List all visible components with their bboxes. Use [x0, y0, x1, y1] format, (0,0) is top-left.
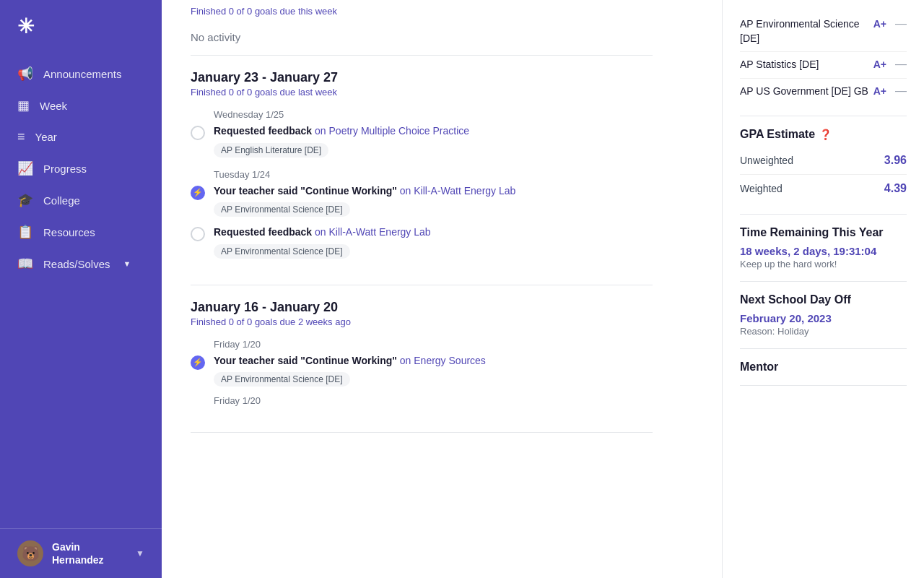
- gpa-section: GPA Estimate ❓ Unweighted 3.96 Weighted …: [740, 116, 907, 215]
- activity-content: Your teacher said "Continue Working" on …: [214, 354, 486, 387]
- reads-solves-icon: 📖: [17, 256, 33, 272]
- announcements-icon: 📢: [17, 66, 33, 82]
- no-activity-text: No activity: [191, 22, 653, 55]
- week-title-jan23: January 23 - January 27: [191, 70, 653, 85]
- course-grade-env: A+: [873, 18, 886, 30]
- activity-bold: Your teacher said "Continue Working": [214, 355, 397, 366]
- gpa-title-text: GPA Estimate: [740, 128, 815, 141]
- main-content: Finished 0 of 0 goals due this week No a…: [162, 0, 722, 578]
- current-week-subtitle: Finished 0 of 0 goals due this week: [191, 6, 653, 22]
- activity-bold: Requested feedback: [214, 226, 312, 238]
- college-icon: 🎓: [17, 192, 33, 208]
- list-item: ⚡ Your teacher said "Continue Working" o…: [191, 354, 653, 387]
- sidebar-item-year[interactable]: ≡ Year: [0, 122, 162, 152]
- course-grade-stats: A+: [873, 59, 886, 70]
- help-icon[interactable]: ❓: [819, 129, 832, 140]
- course-row-gov: AP US Government [DE] GB A+ —: [740, 79, 907, 105]
- gpa-unweighted-row: Unweighted 3.96: [740, 147, 907, 175]
- activity-title: Your teacher said "Continue Working" on …: [214, 354, 486, 368]
- activity-tag: AP English Literature [DE]: [214, 143, 328, 158]
- user-name-line1: Gavin: [52, 540, 104, 553]
- sidebar-item-label: Reads/Solves: [43, 258, 110, 270]
- next-day-off-title: Next School Day Off: [740, 293, 907, 306]
- sidebar-item-reads-solves[interactable]: 📖 Reads/Solves ▼: [0, 249, 162, 279]
- course-grade-right-stats: A+ —: [873, 58, 907, 71]
- logo-icon: ✳: [17, 14, 34, 38]
- course-dash-env: —: [895, 17, 907, 30]
- sidebar-item-week[interactable]: ▦ Week: [0, 90, 162, 121]
- activity-title: Requested feedback on Poetry Multiple Ch…: [214, 124, 469, 139]
- list-item: Requested feedback on Poetry Multiple Ch…: [191, 124, 653, 158]
- course-name-env: AP Environmental Science [DE]: [740, 17, 873, 46]
- sidebar-item-label: Announcements: [43, 68, 121, 80]
- day-group-fri120: Friday 1/20 ⚡ Your teacher said "Continu…: [191, 339, 653, 407]
- activity-link[interactable]: on Poetry Multiple Choice Practice: [315, 125, 469, 137]
- course-row-env: AP Environmental Science [DE] A+ —: [740, 12, 907, 52]
- day-group-tue124: Tuesday 1/24 ⚡ Your teacher said "Contin…: [191, 169, 653, 259]
- reads-solves-chevron-icon: ▼: [123, 259, 131, 268]
- list-item: ⚡ Your teacher said "Continue Working" o…: [191, 184, 653, 217]
- activity-dot-circle: [191, 126, 205, 140]
- activity-bold: Your teacher said "Continue Working": [214, 185, 397, 197]
- course-dash-stats: —: [895, 58, 907, 71]
- week-section-jan23: January 23 - January 27 Finished 0 of 0 …: [191, 56, 653, 285]
- course-row-stats: AP Statistics [DE] A+ —: [740, 52, 907, 79]
- time-remaining-title-text: Time Remaining This Year: [740, 226, 884, 239]
- course-name-stats: AP Statistics [DE]: [740, 58, 819, 72]
- activity-content: Requested feedback on Poetry Multiple Ch…: [214, 124, 469, 158]
- next-day-off-subtitle: Reason: Holiday: [740, 326, 907, 337]
- sidebar-item-announcements[interactable]: 📢 Announcements: [0, 59, 162, 89]
- next-day-off-title-text: Next School Day Off: [740, 293, 851, 306]
- activity-link[interactable]: on Kill-A-Watt Energy Lab: [400, 185, 516, 197]
- sidebar: ✳ 📢 Announcements ▦ Week ≡ Year 📈 Progre…: [0, 0, 162, 578]
- activity-tag: AP Environmental Science [DE]: [214, 202, 350, 217]
- day-label-wed125: Wednesday 1/25: [214, 109, 653, 120]
- course-grade-right-gov: A+ —: [873, 85, 907, 98]
- sidebar-item-progress[interactable]: 📈 Progress: [0, 153, 162, 184]
- courses-section: AP Environmental Science [DE] A+ — AP St…: [740, 0, 907, 116]
- day-label-fri120-2: Friday 1/20: [214, 395, 653, 406]
- day-label-fri120: Friday 1/20: [214, 339, 653, 350]
- course-grade-right-env: A+ —: [873, 17, 907, 30]
- user-chevron-icon: ▼: [136, 548, 144, 558]
- activity-link[interactable]: on Kill-A-Watt Energy Lab: [315, 226, 431, 238]
- gpa-weighted-value: 4.39: [884, 182, 907, 195]
- day-label-tue124: Tuesday 1/24: [214, 169, 653, 180]
- time-remaining-title: Time Remaining This Year: [740, 226, 907, 239]
- mentor-section: Mentor: [740, 349, 907, 386]
- day-group-wed125: Wednesday 1/25 Requested feedback on Poe…: [191, 109, 653, 158]
- week-icon: ▦: [17, 98, 30, 113]
- list-item: Requested feedback on Kill-A-Watt Energy…: [191, 225, 653, 259]
- next-day-off-value: February 20, 2023: [740, 312, 907, 324]
- sidebar-item-label: Progress: [43, 163, 87, 175]
- progress-icon: 📈: [17, 160, 33, 176]
- gpa-unweighted-label: Unweighted: [740, 155, 793, 166]
- activity-list-jan23: Wednesday 1/25 Requested feedback on Poe…: [191, 109, 653, 259]
- sidebar-item-label: Resources: [43, 226, 95, 238]
- sidebar-nav: 📢 Announcements ▦ Week ≡ Year 📈 Progress…: [0, 53, 162, 528]
- user-name-line2: Hernandez: [52, 553, 104, 566]
- sidebar-user[interactable]: 🐻 Gavin Hernandez ▼: [0, 528, 162, 578]
- sidebar-item-resources[interactable]: 📋 Resources: [0, 217, 162, 247]
- activity-list-jan16: Friday 1/20 ⚡ Your teacher said "Continu…: [191, 339, 653, 407]
- sidebar-item-label: Year: [35, 131, 57, 143]
- week-subtitle-jan16: Finished 0 of 0 goals due 2 weeks ago: [191, 316, 653, 327]
- next-day-off-section: Next School Day Off February 20, 2023 Re…: [740, 282, 907, 349]
- week-subtitle-jan23: Finished 0 of 0 goals due last week: [191, 87, 653, 98]
- sidebar-item-college[interactable]: 🎓 College: [0, 185, 162, 215]
- activity-bold: Requested feedback: [214, 125, 312, 137]
- resources-icon: 📋: [17, 224, 33, 240]
- avatar: 🐻: [17, 540, 43, 566]
- gpa-weighted-row: Weighted 4.39: [740, 175, 907, 202]
- time-remaining-value: 18 weeks, 2 days, 19:31:04: [740, 245, 907, 257]
- activity-dot-lightning: ⚡: [191, 355, 205, 370]
- activity-title: Requested feedback on Kill-A-Watt Energy…: [214, 225, 431, 240]
- activity-content: Requested feedback on Kill-A-Watt Energy…: [214, 225, 431, 259]
- gpa-weighted-label: Weighted: [740, 183, 783, 194]
- gpa-unweighted-value: 3.96: [884, 154, 907, 167]
- current-week-section: Finished 0 of 0 goals due this week No a…: [191, 0, 653, 56]
- activity-link[interactable]: on Energy Sources: [400, 355, 486, 366]
- sidebar-logo: ✳: [0, 0, 162, 53]
- course-grade-gov: A+: [873, 85, 886, 97]
- activity-tag: AP Environmental Science [DE]: [214, 244, 350, 259]
